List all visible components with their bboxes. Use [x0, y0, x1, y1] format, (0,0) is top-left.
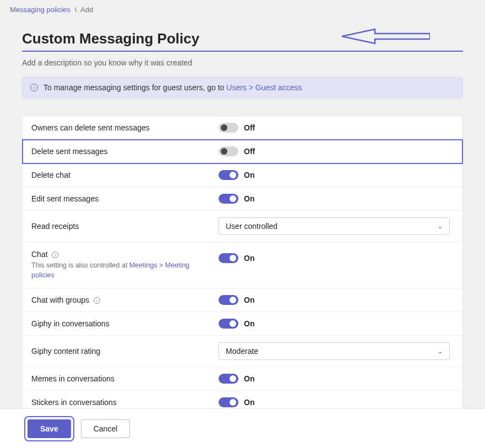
label-stickers: Stickers in conversations	[31, 398, 219, 407]
row-delete-chat: Delete chat On	[23, 163, 462, 187]
toggle-delete-sent[interactable]	[219, 146, 238, 156]
label-delete-sent: Delete sent messages	[31, 147, 219, 156]
info-banner-link[interactable]: Users > Guest access	[226, 83, 302, 92]
label-edit-sent: Edit sent messages	[31, 194, 219, 203]
label-read-receipts: Read receipts	[31, 222, 219, 231]
select-giphy-rating[interactable]: Moderate ⌄	[219, 342, 450, 360]
toggle-state-stickers: On	[244, 398, 254, 407]
toggle-state-delete-sent: Off	[244, 147, 255, 156]
row-giphy: Giphy in conversations On	[23, 312, 462, 336]
toggle-state-delete-chat: On	[244, 171, 254, 179]
select-read-receipts-value: User controlled	[226, 222, 277, 231]
toggle-state-chat-groups: On	[244, 296, 254, 304]
cancel-button[interactable]: Cancel	[81, 419, 130, 438]
row-owners-delete: Owners can delete sent messages Off	[23, 116, 462, 140]
row-giphy-rating: Giphy content rating Moderate ⌄	[23, 336, 462, 367]
row-edit-sent: Edit sent messages On	[23, 187, 462, 211]
toggle-state-owners-delete: Off	[244, 123, 255, 132]
chevron-down-icon: ⌄	[438, 223, 443, 230]
select-read-receipts[interactable]: User controlled ⌄	[219, 217, 450, 235]
toggle-chat-groups[interactable]	[219, 295, 238, 305]
info-banner-text: To manage messaging settings for guest u…	[43, 83, 302, 92]
toggle-state-chat: On	[244, 254, 254, 263]
label-chat: Chat	[31, 250, 48, 259]
save-button-highlight: Save	[28, 419, 71, 438]
toggle-state-giphy: On	[244, 319, 254, 328]
settings-panel: Owners can delete sent messages Off Dele…	[22, 116, 463, 414]
toggle-delete-chat[interactable]	[219, 170, 238, 180]
toggle-edit-sent[interactable]	[219, 194, 238, 204]
row-memes: Memes in conversations On	[23, 367, 462, 391]
breadcrumb: Messaging policies \ Add	[0, 0, 485, 19]
toggle-state-edit-sent: On	[244, 194, 254, 203]
save-button[interactable]: Save	[28, 419, 71, 438]
info-banner: i To manage messaging settings for guest…	[22, 77, 463, 98]
label-owners-delete: Owners can delete sent messages	[31, 123, 219, 132]
info-icon[interactable]: i	[52, 252, 58, 258]
label-chat-groups: Chat with groups	[31, 296, 89, 304]
toggle-memes[interactable]	[219, 374, 238, 384]
label-giphy: Giphy in conversations	[31, 319, 219, 328]
label-memes: Memes in conversations	[31, 374, 219, 383]
row-chat-groups: Chat with groups i On	[23, 288, 462, 312]
toggle-stickers[interactable]	[219, 397, 238, 407]
footer-bar: Save Cancel	[0, 408, 485, 448]
breadcrumb-separator: \	[74, 6, 77, 14]
chat-subtext: This setting is also controlled at Meeti…	[31, 261, 197, 280]
toggle-owners-delete[interactable]	[219, 123, 238, 133]
chevron-down-icon: ⌄	[438, 348, 443, 355]
toggle-giphy[interactable]	[219, 319, 238, 329]
row-read-receipts: Read receipts User controlled ⌄	[23, 211, 462, 242]
info-icon: i	[30, 84, 38, 91]
toggle-state-memes: On	[244, 374, 254, 383]
toggle-chat[interactable]	[219, 253, 238, 263]
select-giphy-rating-value: Moderate	[226, 347, 258, 356]
info-icon[interactable]: i	[94, 297, 100, 304]
row-delete-sent: Delete sent messages Off	[23, 140, 462, 163]
title-area: Custom Messaging Policy	[22, 30, 463, 52]
breadcrumb-parent[interactable]: Messaging policies	[10, 6, 70, 14]
page-title: Custom Messaging Policy	[22, 30, 463, 47]
row-chat: Chat i This setting is also controlled a…	[23, 242, 462, 288]
label-giphy-rating: Giphy content rating	[31, 347, 219, 356]
breadcrumb-current: Add	[80, 6, 93, 14]
policy-description[interactable]: Add a description so you know why it was…	[22, 52, 463, 77]
label-delete-chat: Delete chat	[31, 171, 219, 179]
